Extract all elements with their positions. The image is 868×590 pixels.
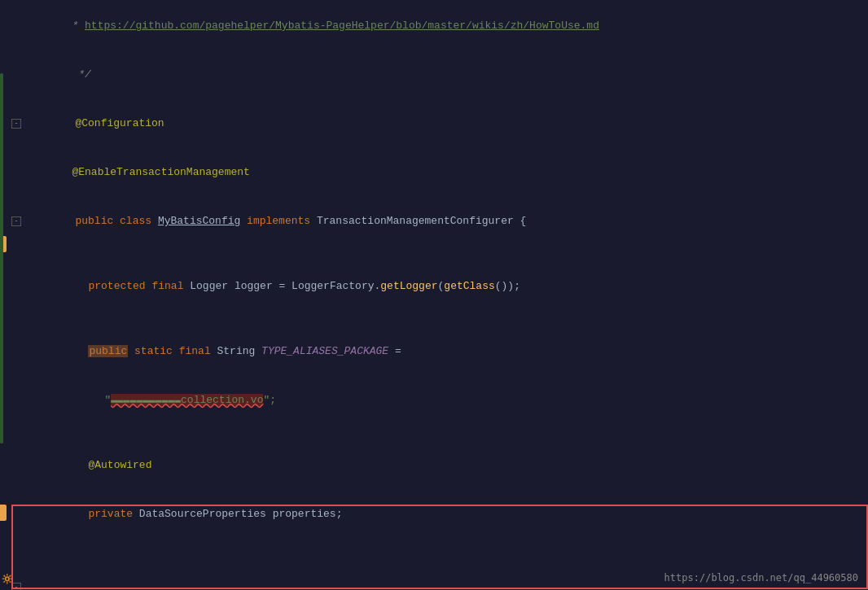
fold-1[interactable]: [11, 18, 20, 34]
code-lines: * https://github.com/pagehelper/Mybatis-…: [11, 0, 868, 590]
line-4: @EnableTransactionManagement: [11, 148, 868, 197]
fold-icon-3[interactable]: -: [11, 119, 21, 129]
line-14: [11, 539, 868, 555]
code-editor: * https://github.com/pagehelper/Mybatis-…: [0, 0, 868, 590]
line-6: [11, 246, 868, 262]
line-11: [11, 425, 868, 441]
line-12: @Autowired: [11, 441, 868, 490]
line-3: - @Configuration: [11, 99, 868, 148]
line-9: public static final String TYPE_ALIASES_…: [11, 327, 868, 376]
line-13: private DataSourceProperties properties;: [11, 490, 868, 539]
fold-icon-5[interactable]: -: [11, 216, 21, 226]
watermark: https://blog.csdn.net/qq_44960580: [664, 572, 858, 583]
line-8: [11, 311, 868, 327]
line-1: * https://github.com/pagehelper/Mybatis-…: [11, 2, 868, 50]
line-5: - public class MyBatisConfig implements …: [11, 197, 868, 246]
line-2: */: [11, 50, 868, 99]
gutter-line-class: [0, 73, 3, 444]
line-10: "▬▬▬▬▬▬▬▬▬▬▬collection.vo";: [11, 376, 868, 425]
line-7: protected final Logger logger = LoggerFa…: [11, 262, 868, 311]
gutter-marker-bean: [0, 505, 7, 521]
